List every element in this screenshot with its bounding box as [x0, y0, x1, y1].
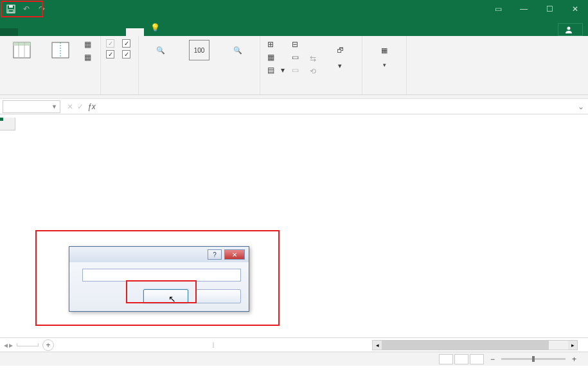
headings-checkbox[interactable]: ✓	[121, 49, 134, 59]
view-pagebreak-icon[interactable]	[470, 354, 484, 364]
gridlines-checkbox[interactable]: ✓	[105, 49, 118, 59]
status-bar: − +	[0, 352, 588, 366]
dialog-help-button[interactable]: ?	[208, 249, 222, 260]
expand-formula-icon[interactable]: ⌄	[574, 102, 588, 111]
share-button[interactable]	[558, 23, 583, 36]
hide-button[interactable]: ▭	[289, 51, 304, 63]
zoom-100-button[interactable]: 100	[181, 39, 217, 63]
group-window	[264, 91, 358, 93]
titlebar: ↶ ↷ ▭ — ☐ ✕	[0, 0, 588, 18]
formula-bar-checkbox[interactable]: ✓	[121, 39, 134, 48]
sign-in-link[interactable]	[545, 27, 558, 32]
zoom-out-button[interactable]: −	[490, 355, 495, 364]
group-show	[105, 91, 134, 93]
group-macros	[366, 91, 402, 93]
arrange-all-button[interactable]: ▦	[264, 51, 286, 63]
cancel-button[interactable]	[196, 289, 241, 303]
select-all-corner[interactable]	[0, 118, 15, 130]
ribbon: ▦ ▦ ✓ ✓ ✓ ✓ 🔍 100 🔍 ⊞	[0, 36, 588, 95]
sheet-tab-bar: ◂ ▸ + ⁞ ◂ ▸	[0, 337, 588, 352]
zoom-in-button[interactable]: +	[572, 355, 576, 364]
page-layout-button[interactable]: ▦	[81, 39, 96, 50]
password-input[interactable]	[82, 269, 241, 282]
ruler-checkbox[interactable]: ✓	[105, 39, 118, 48]
view-pagelayout-icon[interactable]	[454, 354, 468, 364]
sheet-nav-next-icon[interactable]: ▸	[9, 341, 13, 350]
magnifier-icon: 🔍	[150, 40, 171, 60]
sheet-tab-1[interactable]	[17, 343, 39, 346]
name-box[interactable]: ▼	[3, 100, 60, 113]
ribbon-options-icon[interactable]: ▭	[485, 0, 511, 18]
ribbon-tabs: 💡	[0, 18, 588, 36]
redo-icon[interactable]: ↷	[35, 2, 49, 16]
formula-bar: ▼ ✕ ✓ ƒx ⌄	[0, 99, 588, 114]
switch-windows-button[interactable]: 🗗 ▾	[322, 39, 358, 71]
normal-view-button[interactable]	[4, 39, 40, 63]
sheet-nav-prev-icon[interactable]: ◂	[4, 341, 8, 350]
tab-file[interactable]	[0, 28, 18, 36]
svg-point-3	[567, 27, 571, 30]
tell-me-search[interactable]: 💡	[144, 19, 545, 36]
dialog-close-button[interactable]: ✕	[224, 249, 245, 260]
save-icon[interactable]	[4, 2, 18, 16]
page-break-preview-button[interactable]	[42, 39, 78, 63]
svg-rect-2	[8, 10, 13, 12]
zoom-selection-button[interactable]: 🔍	[220, 39, 256, 63]
zoom-button[interactable]: 🔍	[143, 39, 179, 63]
minimize-icon[interactable]: —	[511, 0, 537, 18]
view-normal-icon[interactable]	[439, 354, 453, 364]
tab-insert[interactable]	[36, 28, 54, 36]
svg-rect-1	[9, 5, 13, 8]
ok-button[interactable]	[143, 289, 188, 303]
reset-pos-button[interactable]: ⟲	[307, 66, 319, 77]
add-sheet-button[interactable]: +	[42, 339, 54, 351]
tab-formulas[interactable]	[72, 28, 90, 36]
horizontal-scrollbar[interactable]: ◂ ▸	[372, 340, 578, 350]
tab-home[interactable]	[18, 28, 36, 36]
svg-rect-5	[13, 42, 30, 46]
group-zoom	[143, 91, 256, 93]
split-button[interactable]: ⊟	[289, 39, 304, 50]
tab-view[interactable]	[126, 28, 144, 36]
cancel-formula-icon[interactable]: ✕	[67, 102, 73, 111]
group-workbook-views	[4, 91, 96, 93]
unprotect-sheet-dialog: ? ✕	[69, 246, 249, 312]
tab-page-layout[interactable]	[54, 28, 72, 36]
close-icon[interactable]: ✕	[562, 0, 588, 18]
zoom-slider[interactable]	[501, 358, 566, 360]
enter-formula-icon[interactable]: ✓	[77, 102, 84, 111]
macros-button[interactable]: ▦▾	[366, 39, 402, 69]
maximize-icon[interactable]: ☐	[537, 0, 562, 18]
new-window-button[interactable]: ⊞	[264, 39, 286, 50]
custom-views-button[interactable]: ▦	[81, 51, 96, 63]
tab-data[interactable]	[90, 28, 108, 36]
unhide-button[interactable]: ▭	[289, 64, 304, 76]
undo-icon[interactable]: ↶	[19, 2, 33, 16]
tab-review[interactable]	[108, 28, 126, 36]
sync-scroll-button[interactable]: ⇆	[307, 53, 319, 64]
fx-icon[interactable]: ƒx	[87, 102, 100, 111]
freeze-panes-button[interactable]: ▤ ▾	[264, 64, 286, 76]
